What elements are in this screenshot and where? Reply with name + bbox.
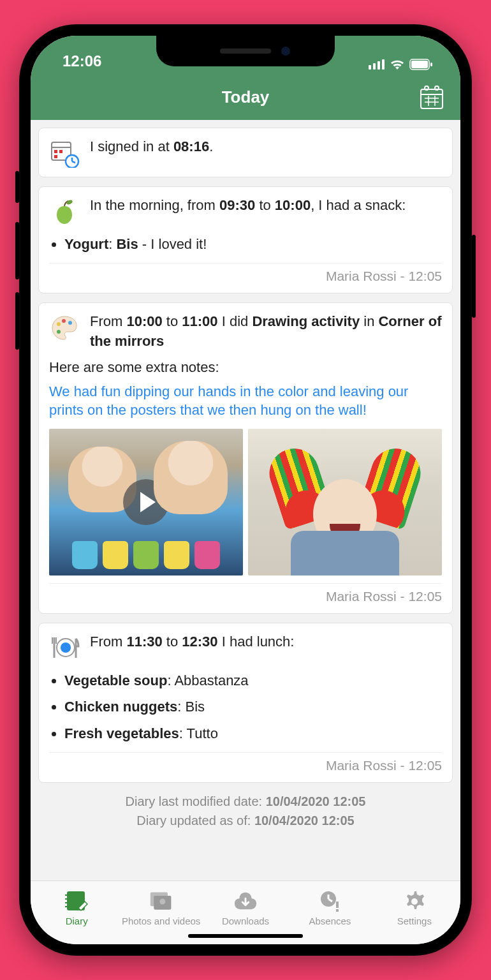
diary-summary: Diary last modified date: 10/04/2020 12:… xyxy=(38,792,453,830)
activity-author: Maria Rossi - 12:05 xyxy=(49,583,442,604)
notes-text: We had fun dipping our hands in the colo… xyxy=(49,382,442,420)
status-icons xyxy=(369,59,432,70)
side-button xyxy=(472,235,476,318)
notes-label: Here are some extra notes: xyxy=(49,359,442,376)
home-indicator[interactable] xyxy=(188,934,303,938)
lunch-item: Vegetable soup: Abbastanza xyxy=(64,669,442,692)
svg-rect-40 xyxy=(336,902,339,908)
svg-point-36 xyxy=(159,898,165,904)
signin-text: I signed in at 08:16. xyxy=(90,137,442,157)
tab-diary[interactable]: Diary xyxy=(34,890,119,926)
signal-icon xyxy=(369,59,385,70)
tab-downloads[interactable]: Downloads xyxy=(203,890,288,926)
meal-icon xyxy=(49,632,80,663)
side-button xyxy=(15,222,19,279)
svg-rect-5 xyxy=(411,61,428,68)
app-header: Today xyxy=(31,74,460,120)
svg-point-25 xyxy=(62,319,66,323)
phone-frame: 12:06 Today xyxy=(19,24,472,956)
activity-photo[interactable] xyxy=(248,429,442,575)
snack-text: In the morning, from 09:30 to 10:00, I h… xyxy=(90,196,442,216)
page-title: Today xyxy=(222,87,270,107)
svg-rect-2 xyxy=(377,61,380,70)
svg-rect-6 xyxy=(430,63,432,66)
lunch-item: Chicken nuggets: Bis xyxy=(64,695,442,718)
play-icon xyxy=(123,479,169,525)
media-row xyxy=(49,429,442,575)
side-button xyxy=(15,292,19,350)
lunch-author: Maria Rossi - 12:05 xyxy=(49,752,442,773)
snack-item: Yogurt: Bis - I loved it! xyxy=(64,233,442,255)
svg-rect-18 xyxy=(59,150,62,153)
svg-point-32 xyxy=(61,642,71,653)
tab-photos[interactable]: Photos and videos xyxy=(119,890,203,926)
notch xyxy=(156,36,335,66)
svg-point-9 xyxy=(425,86,429,90)
svg-point-27 xyxy=(57,330,61,334)
battery-icon xyxy=(409,59,432,70)
tab-label: Photos and videos xyxy=(122,916,200,926)
status-time: 12:06 xyxy=(62,52,101,70)
tab-label: Diary xyxy=(66,916,88,926)
snack-items: Yogurt: Bis - I loved it! xyxy=(49,233,442,255)
tab-label: Downloads xyxy=(222,916,269,926)
svg-point-10 xyxy=(435,86,439,90)
snack-card: In the morning, from 09:30 to 10:00, I h… xyxy=(38,186,453,293)
svg-rect-19 xyxy=(54,155,57,158)
palette-icon xyxy=(49,312,80,343)
svg-rect-41 xyxy=(336,909,339,912)
wifi-icon xyxy=(390,59,404,70)
calendar-icon xyxy=(418,84,445,111)
svg-point-26 xyxy=(68,321,72,325)
svg-point-42 xyxy=(411,898,418,905)
tab-label: Absences xyxy=(309,916,351,926)
lunch-item: Fresh vegetables: Tutto xyxy=(64,722,442,745)
lunch-text: From 11:30 to 12:30 I had lunch: xyxy=(90,632,442,652)
signin-icon xyxy=(49,137,80,168)
svg-point-24 xyxy=(57,322,61,326)
svg-rect-7 xyxy=(421,89,443,108)
absences-icon xyxy=(318,890,342,913)
signin-card: I signed in at 08:16. xyxy=(38,128,453,177)
calendar-button[interactable] xyxy=(418,84,445,114)
apple-icon xyxy=(49,196,80,226)
snack-author: Maria Rossi - 12:05 xyxy=(49,263,442,284)
tab-settings[interactable]: Settings xyxy=(372,890,457,926)
svg-rect-0 xyxy=(369,65,371,70)
lunch-items: Vegetable soup: Abbastanza Chicken nugge… xyxy=(49,669,442,745)
gear-icon xyxy=(402,890,427,913)
tab-label: Settings xyxy=(397,916,432,926)
signin-time: 08:16 xyxy=(173,138,209,154)
signin-prefix: I signed in at xyxy=(90,138,173,154)
svg-rect-3 xyxy=(382,59,385,70)
download-icon xyxy=(233,890,258,913)
activity-text: From 10:00 to 11:00 I did Drawing activi… xyxy=(90,312,442,352)
activity-video[interactable] xyxy=(49,429,243,575)
lunch-card: From 11:30 to 12:30 I had lunch: Vegetab… xyxy=(38,623,453,783)
content-scroll[interactable]: I signed in at 08:16. In the morn xyxy=(31,120,460,880)
activity-card: From 10:00 to 11:00 I did Drawing activi… xyxy=(38,302,453,614)
svg-rect-17 xyxy=(54,150,57,153)
side-button xyxy=(15,171,19,203)
svg-rect-1 xyxy=(373,63,376,70)
svg-point-23 xyxy=(66,199,73,205)
photos-icon xyxy=(149,890,173,913)
signin-suffix: . xyxy=(209,138,213,154)
diary-icon xyxy=(64,890,89,913)
tab-absences[interactable]: Absences xyxy=(288,890,372,926)
